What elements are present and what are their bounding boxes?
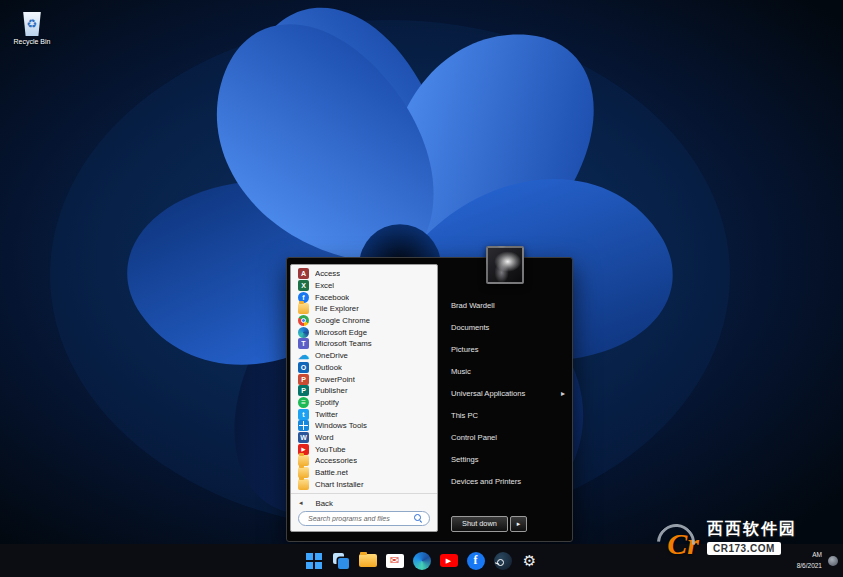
start-menu-item[interactable]: Accessories — [291, 455, 437, 467]
gear-icon: ⚙ — [523, 553, 536, 568]
start-menu-places-list: DocumentsPicturesMusicUniversal Applicat… — [438, 316, 572, 492]
excel-icon — [298, 280, 309, 291]
start-menu-right-item-label: Universal Applications — [451, 389, 525, 398]
recycle-glyph: ♻ — [27, 18, 38, 30]
start-menu-back-section: ◂ Back — [291, 493, 437, 509]
shutdown-options-arrow[interactable]: ▸ — [510, 516, 527, 532]
start-menu-right-item[interactable]: Devices and Printers — [438, 470, 572, 492]
tray-status-icon[interactable] — [828, 556, 838, 566]
chrome-icon — [298, 315, 309, 326]
windows-logo-icon — [306, 553, 322, 569]
user-name: Brad Wardell — [451, 301, 495, 310]
publisher-icon — [298, 385, 309, 396]
folder-icon — [298, 303, 309, 314]
windows-tools-icon — [298, 420, 309, 431]
task-view-icon[interactable] — [329, 549, 353, 573]
start-menu-item-label: Windows Tools — [315, 421, 367, 430]
start-menu-right-item-label: This PC — [451, 411, 478, 420]
start-menu-item[interactable]: YouTube — [291, 443, 437, 455]
settings-icon[interactable]: ⚙ — [518, 549, 542, 573]
start-menu-item[interactable]: Publisher — [291, 385, 437, 397]
start-menu-item-label: Accessories — [315, 456, 357, 465]
start-menu-item[interactable]: Excel — [291, 280, 437, 292]
start-menu-item[interactable]: Battle.net — [291, 467, 437, 479]
outlook-icon — [298, 362, 309, 373]
start-menu-right-item[interactable]: This PC — [438, 404, 572, 426]
edge-icon — [298, 327, 309, 338]
start-menu-right-item-label: Pictures — [451, 345, 478, 354]
clock-time: AM — [812, 550, 822, 560]
folder-icon — [298, 479, 309, 490]
start-menu-item-label: PowerPoint — [315, 375, 355, 384]
user-name-item[interactable]: Brad Wardell — [438, 294, 572, 316]
start-menu: AccessExcelFacebookFile ExplorerGoogle C… — [286, 257, 573, 542]
start-menu-item[interactable]: Access — [291, 268, 437, 280]
start-menu-right-item-label: Documents — [451, 323, 489, 332]
start-menu-item[interactable]: Outlook — [291, 362, 437, 374]
facebook-f-glyph: f — [467, 552, 485, 570]
start-menu-item[interactable]: Facebook — [291, 291, 437, 303]
start-menu-item-label: Facebook — [315, 293, 349, 302]
start-button[interactable] — [302, 549, 326, 573]
mail-icon[interactable]: ✉ — [383, 549, 407, 573]
start-menu-item[interactable]: Windows Tools — [291, 420, 437, 432]
taskbar-icons: ✉▶f⚙ — [0, 544, 843, 577]
search-input[interactable] — [306, 514, 414, 523]
play-glyph: ▶ — [440, 554, 458, 567]
start-menu-right-item-label: Music — [451, 367, 471, 376]
powerpoint-icon — [298, 374, 309, 385]
start-menu-item[interactable]: Spotify — [291, 397, 437, 409]
start-menu-right-item-label: Devices and Printers — [451, 477, 521, 486]
youtube-icon[interactable]: ▶ — [437, 549, 461, 573]
facebook-icon[interactable]: f — [464, 549, 488, 573]
back-button[interactable]: ◂ Back — [291, 497, 437, 509]
spotify-icon — [298, 397, 309, 408]
start-menu-item-label: Word — [315, 433, 334, 442]
recycle-bin-label: Recycle Bin — [14, 38, 51, 45]
edge-swirl-glyph — [413, 552, 431, 570]
start-search-box — [298, 511, 430, 526]
start-menu-item-label: Battle.net — [315, 468, 348, 477]
start-menu-left-panel: AccessExcelFacebookFile ExplorerGoogle C… — [290, 264, 438, 532]
start-menu-item[interactable]: Google Chrome — [291, 315, 437, 327]
envelope-glyph: ✉ — [386, 554, 404, 568]
start-menu-right-item[interactable]: Control Panel — [438, 426, 572, 448]
start-menu-item-label: Chart Installer — [315, 480, 364, 489]
start-menu-item[interactable]: Microsoft Teams — [291, 338, 437, 350]
recycle-bin-icon: ♻ — [22, 12, 42, 36]
recycle-bin[interactable]: ♻ Recycle Bin — [6, 12, 58, 45]
shutdown-section: Shut down ▸ — [451, 516, 527, 532]
search-icon[interactable] — [414, 514, 423, 523]
start-menu-item[interactable]: Word — [291, 432, 437, 444]
edge-icon[interactable] — [410, 549, 434, 573]
start-menu-item[interactable]: OneDrive — [291, 350, 437, 362]
start-menu-item[interactable]: Microsoft Edge — [291, 326, 437, 338]
task-view-glyph — [333, 553, 349, 569]
start-menu-program-list: AccessExcelFacebookFile ExplorerGoogle C… — [291, 268, 437, 490]
shutdown-button[interactable]: Shut down — [451, 516, 508, 532]
start-menu-item[interactable]: PowerPoint — [291, 373, 437, 385]
start-menu-right-item[interactable]: Pictures — [438, 338, 572, 360]
onedrive-icon — [298, 350, 309, 361]
submenu-arrow-icon: ▸ — [561, 389, 565, 398]
start-menu-right-item[interactable]: Settings — [438, 448, 572, 470]
start-menu-right-item[interactable]: Documents — [438, 316, 572, 338]
start-menu-item-label: Publisher — [315, 386, 348, 395]
start-menu-right-item-label: Settings — [451, 455, 478, 464]
system-tray: AM 8/6/2021 — [797, 544, 838, 577]
taskbar: ✉▶f⚙ AM 8/6/2021 — [0, 544, 843, 577]
taskbar-clock[interactable]: AM 8/6/2021 — [797, 550, 822, 571]
teams-icon — [298, 338, 309, 349]
start-menu-right-item[interactable]: Universal Applications▸ — [438, 382, 572, 404]
file-explorer-icon[interactable] — [356, 549, 380, 573]
start-menu-item-label: Outlook — [315, 363, 342, 372]
start-menu-item[interactable]: Twitter — [291, 408, 437, 420]
steam-icon[interactable] — [491, 549, 515, 573]
start-menu-item[interactable]: Chart Installer — [291, 478, 437, 490]
start-menu-right-panel: Brad Wardell DocumentsPicturesMusicUnive… — [438, 258, 572, 541]
start-menu-item-label: File Explorer — [315, 304, 359, 313]
user-avatar[interactable] — [486, 246, 524, 284]
access-icon — [298, 268, 309, 279]
start-menu-right-item[interactable]: Music — [438, 360, 572, 382]
start-menu-item[interactable]: File Explorer — [291, 303, 437, 315]
